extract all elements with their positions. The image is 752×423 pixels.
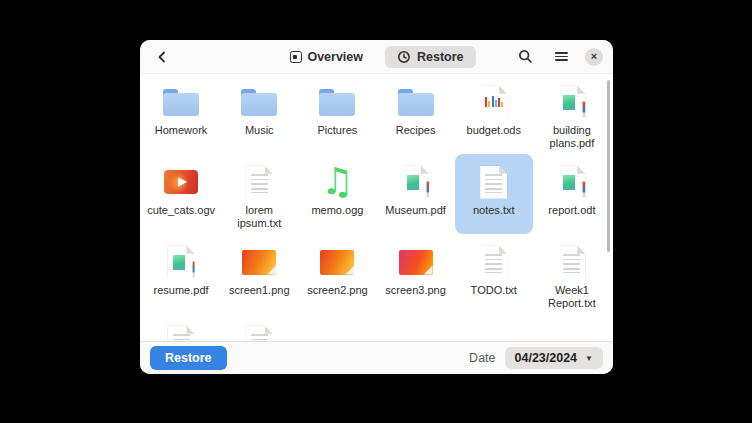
file-item-memo.ogg[interactable]: memo.ogg [298,154,376,234]
doc-image-icon [168,246,195,279]
file-item-Recipes[interactable]: Recipes [376,74,454,154]
file-label: resume.pdf [154,284,209,297]
file-item-Week1 Report.txt[interactable]: Week1 Report.txt [533,234,611,314]
file-item-budget.ods[interactable]: budget.ods [455,74,533,154]
file-item-cute_cats.ogv[interactable]: cute_cats.ogv [142,154,220,234]
doc-image-icon [402,166,429,199]
file-label: building plans.pdf [535,124,609,150]
folder-icon [398,89,434,116]
hamburger-menu-icon [555,52,568,61]
deja-dup-window: Overview Restore × [140,40,613,374]
overview-icon [289,51,301,63]
tab-overview[interactable]: Overview [277,46,375,68]
file-label: cute_cats.ogv [147,204,215,217]
file-label: report.odt [548,204,595,217]
file-item-screen2.png[interactable]: screen2.png [298,234,376,314]
file-label: lorem ipsum.txt [222,204,296,230]
history-clock-icon [397,50,411,64]
file-label: Homework [155,124,208,137]
file-label: screen3.png [385,284,446,297]
doc-image-icon [558,166,585,199]
file-item-screen1.png[interactable]: screen1.png [220,234,298,314]
file-label: Museum.pdf [385,204,446,217]
file-label: TODO.txt [471,284,517,297]
spreadsheet-icon [480,86,507,119]
image-icon [320,250,354,275]
image-icon [242,250,276,275]
doc-text-icon [558,246,585,279]
file-item-notes.txt[interactable]: notes.txt [455,154,533,234]
file-item-Museum.pdf[interactable]: Museum.pdf [376,154,454,234]
view-switcher: Overview Restore [277,40,475,73]
file-label: screen1.png [229,284,290,297]
tab-overview-label: Overview [307,50,363,64]
file-item-building plans.pdf[interactable]: building plans.pdf [533,74,611,154]
doc-text-icon [480,246,507,279]
file-item[interactable] [220,314,298,341]
file-item-resume.pdf[interactable]: resume.pdf [142,234,220,314]
back-button[interactable] [150,45,174,69]
file-item[interactable] [142,314,220,341]
video-icon [164,170,198,194]
close-button[interactable]: × [585,48,603,66]
file-item-TODO.txt[interactable]: TODO.txt [455,234,533,314]
doc-text-icon [168,326,195,342]
file-label: Recipes [396,124,436,137]
doc-text-icon [480,166,507,199]
file-item-Homework[interactable]: Homework [142,74,220,154]
back-icon [155,50,169,64]
file-label: Music [245,124,274,137]
audio-icon [318,163,356,201]
tab-restore[interactable]: Restore [385,46,476,68]
menu-button[interactable] [549,45,573,69]
file-item-screen3.png[interactable]: screen3.png [376,234,454,314]
close-icon: × [591,51,597,62]
folder-icon [163,89,199,116]
file-label: notes.txt [473,204,515,217]
doc-image-icon [558,86,585,119]
file-grid: Homework Music Pictures Recipes budget.o… [140,74,613,341]
chevron-down-icon: ▼ [585,354,593,363]
date-dropdown[interactable]: 04/23/2024 ▼ [505,347,603,369]
file-item-Music[interactable]: Music [220,74,298,154]
image-icon [399,250,433,275]
header-bar: Overview Restore × [140,40,613,73]
search-icon [518,49,533,64]
file-label: Pictures [318,124,358,137]
file-item-lorem ipsum.txt[interactable]: lorem ipsum.txt [220,154,298,234]
file-label: budget.ods [467,124,521,137]
file-item-Pictures[interactable]: Pictures [298,74,376,154]
doc-text-icon [246,166,273,199]
date-label: Date [469,351,495,365]
date-picker-group: Date 04/23/2024 ▼ [469,347,603,369]
search-button[interactable] [513,45,537,69]
vertical-scrollbar[interactable] [607,80,610,252]
file-label: memo.ogg [311,204,363,217]
file-label: Week1 Report.txt [535,284,609,310]
file-item-report.odt[interactable]: report.odt [533,154,611,234]
restore-button[interactable]: Restore [150,346,227,370]
folder-icon [319,89,355,116]
file-label: screen2.png [307,284,368,297]
header-actions: × [513,45,603,69]
date-value: 04/23/2024 [515,351,578,365]
folder-icon [241,89,277,116]
file-browser: Homework Music Pictures Recipes budget.o… [140,73,613,341]
tab-restore-label: Restore [417,50,464,64]
action-bar: Restore Date 04/23/2024 ▼ [140,341,613,374]
doc-text-icon [246,326,273,342]
